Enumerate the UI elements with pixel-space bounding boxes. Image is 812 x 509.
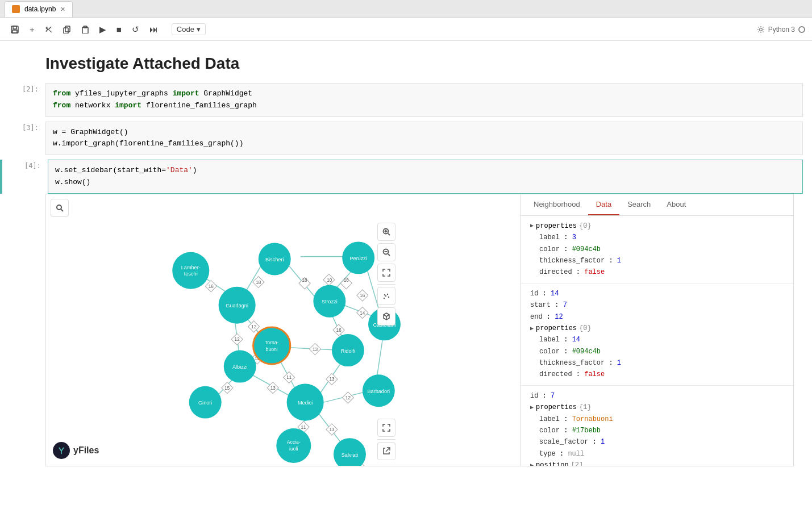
scatter-button[interactable] <box>377 287 395 305</box>
kernel-info: Python 3 <box>757 26 805 34</box>
properties-header-1[interactable]: ▶ properties {0} <box>528 220 786 232</box>
data-entry-edge-14: id : 14 start : 7 end : <box>521 283 793 386</box>
tab-search[interactable]: Search <box>619 194 659 215</box>
tab-close-button[interactable]: × <box>60 5 65 14</box>
svg-line-9 <box>61 209 64 211</box>
add-cell-button[interactable]: + <box>26 22 38 36</box>
stop-icon: ■ <box>116 24 122 34</box>
svg-rect-3 <box>65 26 70 32</box>
svg-text:Lamber-: Lamber- <box>181 265 201 270</box>
run-icon: ▶ <box>99 24 106 35</box>
svg-text:Ridolfi: Ridolfi <box>341 348 355 353</box>
yfiles-text: yFiles <box>73 445 99 456</box>
graph-canvas[interactable]: 16 18 10 18 16 16 14 16 12 12 13 11 <box>46 194 520 466</box>
properties-label-1: properties <box>536 220 577 232</box>
svg-text:16: 16 <box>336 328 342 333</box>
properties-count-14: {0} <box>579 323 592 334</box>
divider-2 <box>377 439 395 440</box>
run-button[interactable]: ▶ <box>96 22 110 37</box>
notebook-title: Investigate Attached Data <box>0 41 812 82</box>
fast-forward-icon: ⏭ <box>149 24 158 34</box>
svg-text:Accia-: Accia- <box>287 439 301 445</box>
zoom-out-button[interactable] <box>377 243 395 261</box>
cell-2-input[interactable]: from yfiles_jupyter_graphs import GraphW… <box>46 84 802 116</box>
cell-4-line-1: w.set_sidebar(start_with='Data') <box>55 165 796 177</box>
cell-2-content[interactable]: from yfiles_jupyter_graphs import GraphW… <box>45 83 803 117</box>
properties-fields-7: label : Tornabuoni color : #17bebb <box>528 414 786 460</box>
keyword-import2: import <box>115 101 141 110</box>
tab-neighborhood[interactable]: Neighborhood <box>526 194 588 215</box>
tab-icon <box>12 5 20 13</box>
tab-about[interactable]: About <box>659 194 694 215</box>
paste-button[interactable] <box>78 23 93 36</box>
data-entry-node-7: id : 7 ▶ properties {1} <box>521 386 793 466</box>
properties-header-14[interactable]: ▶ properties {0} <box>528 323 786 334</box>
svg-point-112 <box>385 295 386 297</box>
svg-text:12: 12 <box>345 395 351 400</box>
graph-widget[interactable]: 16 18 10 18 16 16 14 16 12 12 13 11 <box>45 194 794 466</box>
fast-forward-button[interactable]: ⏭ <box>146 22 161 36</box>
cell-2-number: [2]: <box>0 83 45 117</box>
copy-button[interactable] <box>60 23 74 36</box>
notebook-content: Investigate Attached Data [2]: from yfil… <box>0 41 812 509</box>
cell-4-input-row: [4]: w.set_sidebar(start_with='Data') w.… <box>0 160 812 194</box>
panel-tabs: Neighborhood Data Search About <box>521 194 793 216</box>
fullscreen-icon <box>382 424 390 432</box>
tab-title: data.ipynb <box>24 5 56 13</box>
save-button[interactable] <box>7 23 23 36</box>
svg-point-8 <box>57 205 61 210</box>
restart-icon: ↺ <box>132 24 139 35</box>
thickness-field-1: thickness_factor : 1 <box>537 255 786 266</box>
graph-svg: 16 18 10 18 16 16 14 16 12 12 13 11 <box>46 194 520 466</box>
svg-text:Salviati: Salviati <box>342 452 358 458</box>
package-button[interactable] <box>377 307 395 326</box>
cell-3-content[interactable]: w = GraphWidget() w.import_graph(florent… <box>45 122 803 156</box>
zoom-in-button[interactable] <box>377 223 395 241</box>
cell-4-number: [4]: <box>2 160 48 194</box>
notebook-tab[interactable]: data.ipynb × <box>5 1 73 17</box>
svg-point-7 <box>759 28 762 31</box>
tab-data[interactable]: Data <box>588 194 619 215</box>
restart-button[interactable]: ↺ <box>128 22 143 37</box>
cut-button[interactable] <box>41 23 56 36</box>
id-field-7: id : 7 <box>528 390 786 402</box>
svg-text:12: 12 <box>251 324 257 329</box>
data-panel: Neighborhood Data Search About ▶ pr <box>520 194 793 466</box>
yfiles-icon <box>53 442 70 459</box>
chevron-down-icon: ▾ <box>197 25 201 34</box>
svg-rect-4 <box>64 28 68 34</box>
svg-text:Albizzi: Albizzi <box>232 364 247 370</box>
cell-3-input[interactable]: w = GraphWidget() w.import_graph(florent… <box>46 122 802 155</box>
tab-bar: data.ipynb × <box>0 0 812 18</box>
zoom-out-icon <box>382 248 390 256</box>
triangle-icon-1: ▶ <box>530 221 534 231</box>
svg-text:Guadagni: Guadagni <box>226 303 248 308</box>
svg-text:Torna-: Torna- <box>265 340 279 345</box>
fullscreen-button[interactable] <box>377 419 395 437</box>
svg-line-119 <box>386 448 390 452</box>
cell-type-select[interactable]: Code ▾ <box>172 23 206 35</box>
cell-4-input[interactable]: w.set_sidebar(start_with='Data') w.show(… <box>48 160 802 193</box>
search-icon <box>56 204 64 212</box>
cell-3-line-1: w = GraphWidget() <box>53 127 796 139</box>
fit-view-button[interactable] <box>377 264 395 282</box>
cell-4: [4]: w.set_sidebar(start_with='Data') w.… <box>0 158 812 468</box>
graph-search-button[interactable] <box>51 199 69 217</box>
cell-4-content[interactable]: w.set_sidebar(start_with='Data') w.show(… <box>48 160 803 194</box>
svg-text:16: 16 <box>209 284 214 289</box>
yfiles-logo: yFiles <box>53 442 99 459</box>
stop-button[interactable]: ■ <box>113 22 125 36</box>
id-field-14: id : 14 <box>528 288 786 299</box>
graph-right-toolbar <box>377 223 395 326</box>
position-label: position <box>536 460 569 466</box>
svg-text:13: 13 <box>313 347 318 352</box>
position-header-7[interactable]: ▶ position [2] <box>528 460 786 466</box>
export-icon <box>382 447 390 455</box>
svg-text:13: 13 <box>270 386 276 391</box>
panel-content: ▶ properties {0} label : 3 <box>521 216 793 466</box>
search-btn[interactable] <box>51 199 69 217</box>
properties-header-7[interactable]: ▶ properties {1} <box>528 402 786 413</box>
export-button[interactable] <box>377 442 395 460</box>
type-field-7: type : null <box>537 448 786 460</box>
settings-icon <box>757 26 765 34</box>
